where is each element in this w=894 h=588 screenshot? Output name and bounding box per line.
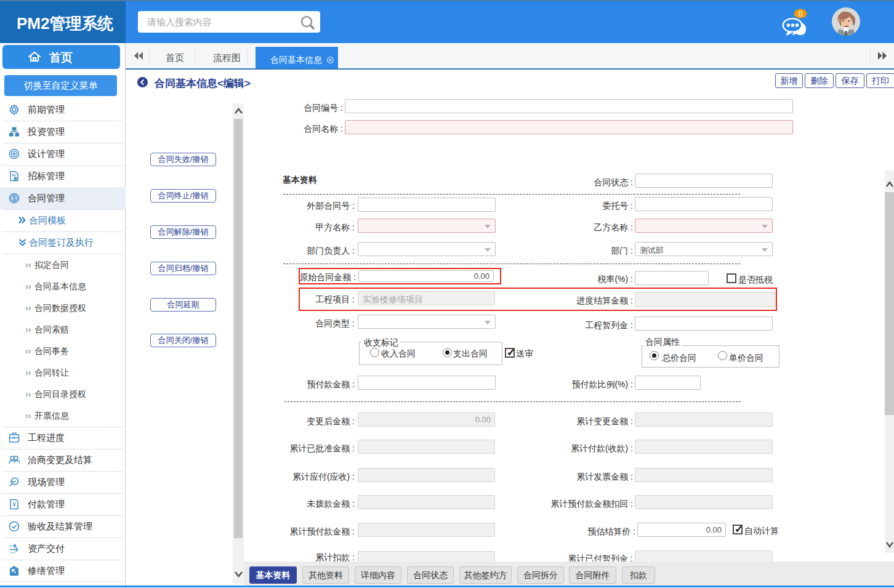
svg-text:¥: ¥ [13, 501, 16, 507]
svg-text:0: 0 [798, 9, 802, 18]
svg-text:$: $ [12, 195, 16, 202]
